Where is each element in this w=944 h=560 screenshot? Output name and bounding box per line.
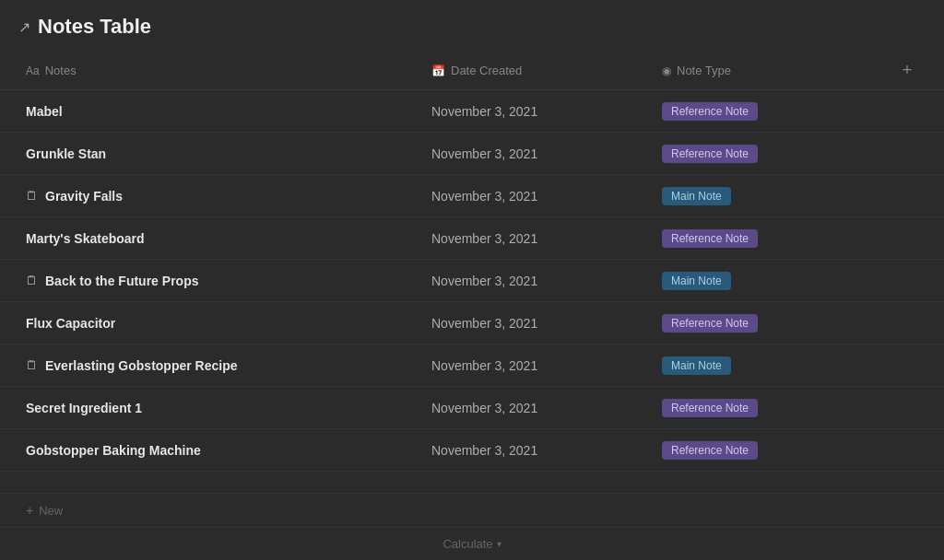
calculate-chevron-icon: ▾ [497, 539, 502, 549]
table-row[interactable]: 🗒 Everlasting Gobstopper Recipe November… [0, 344, 944, 387]
row-type-cell: Reference Note [655, 432, 889, 469]
row-date-cell: November 3, 2021 [424, 434, 655, 467]
row-date-text: November 3, 2021 [431, 231, 537, 246]
new-row-label: New [39, 504, 63, 518]
row-name-cell: Marty's Skateboard [18, 222, 424, 255]
table-wrapper: Aa Notes 📅 Date Created ◉ Note Type + Ma… [0, 52, 944, 527]
status-badge: Reference Note [662, 145, 758, 163]
row-name-cell: Mabel [18, 95, 424, 128]
title-bar: ↗ Notes Table [0, 0, 944, 52]
row-type-cell: Reference Note [655, 305, 889, 342]
type-header-icon: ◉ [662, 64, 671, 77]
date-header-label: Date Created [451, 64, 522, 77]
row-extra-cell [889, 272, 926, 290]
table-row[interactable]: Grunkle Stan November 3, 2021 Reference … [0, 133, 944, 175]
row-type-cell: Reference Note [655, 220, 889, 257]
notes-header-label: Notes [45, 64, 77, 77]
row-extra-cell [889, 229, 926, 248]
row-type-cell: Main Note [655, 347, 889, 384]
status-badge: Main Note [662, 272, 731, 290]
row-extra-cell [889, 314, 926, 332]
page-title: Notes Table [38, 15, 151, 39]
row-extra-cell [889, 356, 926, 375]
row-date-cell: November 3, 2021 [424, 180, 655, 213]
title-arrow-icon: ↗ [18, 18, 30, 36]
row-date-cell: November 3, 2021 [424, 264, 655, 298]
row-name-text: Gravity Falls [45, 189, 123, 204]
calculate-button[interactable]: Calculate ▾ [0, 527, 944, 560]
row-extra-cell [889, 187, 926, 205]
row-type-cell: Main Note [655, 178, 889, 215]
table-row[interactable]: Secret Ingredient 1 November 3, 2021 Ref… [0, 387, 944, 429]
row-name-cell: 🗒 Back to the Future Props [18, 264, 424, 298]
doc-icon: 🗒 [26, 274, 38, 287]
row-date-text: November 3, 2021 [431, 274, 537, 288]
table-row[interactable]: Marty's Skateboard November 3, 2021 Refe… [0, 217, 944, 260]
row-type-cell: Reference Note [655, 93, 889, 130]
status-badge: Reference Note [662, 229, 758, 248]
row-name-cell: Flux Capacitor [18, 307, 424, 340]
row-date-text: November 3, 2021 [431, 146, 537, 161]
row-extra-cell [889, 399, 926, 417]
row-date-cell: November 3, 2021 [424, 222, 655, 255]
table-row[interactable]: Mabel November 3, 2021 Reference Note [0, 90, 944, 133]
row-name-cell: Gobstopper Baking Machine [18, 434, 424, 467]
table-row[interactable]: Gobstopper Baking Machine November 3, 20… [0, 429, 944, 472]
row-date-text: November 3, 2021 [431, 358, 537, 373]
row-name-cell: 🗒 Gravity Falls [18, 180, 424, 213]
row-name-cell: Grunkle Stan [18, 137, 424, 170]
table-header: Aa Notes 📅 Date Created ◉ Note Type + [0, 52, 944, 90]
row-name-text: Back to the Future Props [45, 274, 198, 288]
row-extra-cell [889, 102, 926, 121]
row-name-text: Grunkle Stan [26, 146, 106, 161]
add-column-button[interactable]: + [889, 52, 926, 89]
status-badge: Main Note [662, 356, 731, 375]
row-name-text: Flux Capacitor [26, 316, 115, 331]
status-badge: Reference Note [662, 314, 758, 332]
row-extra-cell [889, 441, 926, 460]
header-type[interactable]: ◉ Note Type [655, 52, 889, 89]
row-name-text: Everlasting Gobstopper Recipe [45, 358, 238, 373]
row-date-cell: November 3, 2021 [424, 307, 655, 340]
row-name-cell: 🗒 Everlasting Gobstopper Recipe [18, 349, 424, 382]
row-date-cell: November 3, 2021 [424, 137, 655, 170]
row-date-text: November 3, 2021 [431, 401, 537, 415]
app-container: ↗ Notes Table Aa Notes 📅 Date Created ◉ … [0, 0, 944, 560]
row-type-cell: Reference Note [655, 390, 889, 426]
status-badge: Reference Note [662, 441, 758, 460]
row-date-cell: November 3, 2021 [424, 391, 655, 425]
row-type-cell: Reference Note [655, 135, 889, 172]
row-name-cell: Secret Ingredient 1 [18, 391, 424, 425]
row-name-text: Gobstopper Baking Machine [26, 443, 201, 458]
header-notes[interactable]: Aa Notes [18, 52, 424, 89]
table-row[interactable]: 🗒 Gravity Falls November 3, 2021 Main No… [0, 175, 944, 217]
date-header-icon: 📅 [431, 64, 445, 77]
row-name-text: Secret Ingredient 1 [26, 401, 142, 415]
calculate-label: Calculate [442, 537, 492, 551]
status-badge: Reference Note [662, 102, 758, 121]
row-type-cell: Main Note [655, 262, 889, 299]
doc-icon: 🗒 [26, 189, 38, 203]
doc-icon: 🗒 [26, 358, 38, 372]
row-date-text: November 3, 2021 [431, 189, 537, 204]
row-date-text: November 3, 2021 [431, 316, 537, 331]
table-row[interactable]: 🗒 Back to the Future Props November 3, 2… [0, 260, 944, 302]
row-name-text: Marty's Skateboard [26, 231, 145, 246]
row-date-cell: November 3, 2021 [424, 95, 655, 128]
row-name-text: Mabel [26, 104, 63, 119]
row-date-text: November 3, 2021 [431, 443, 537, 458]
row-extra-cell [889, 145, 926, 163]
status-badge: Main Note [662, 187, 731, 205]
add-column-icon: + [903, 61, 913, 80]
header-date[interactable]: 📅 Date Created [424, 52, 655, 89]
status-badge: Reference Note [662, 399, 758, 417]
table-row[interactable]: Flux Capacitor November 3, 2021 Referenc… [0, 302, 944, 344]
new-row-plus-icon: + [26, 503, 33, 518]
table-body: Mabel November 3, 2021 Reference Note Gr… [0, 90, 944, 493]
notes-header-icon: Aa [26, 64, 40, 77]
row-date-cell: November 3, 2021 [424, 349, 655, 382]
row-date-text: November 3, 2021 [431, 104, 537, 119]
type-header-label: Note Type [677, 64, 731, 77]
new-row-button[interactable]: + New [0, 493, 944, 527]
